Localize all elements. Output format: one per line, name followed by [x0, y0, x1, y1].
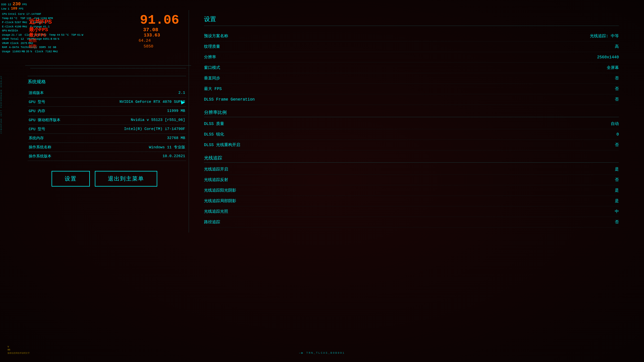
gpu-name: NVIDIA: [8, 29, 18, 33]
exit-button[interactable]: 退出到主菜单: [95, 171, 157, 187]
vram-clock-value: 2675: [21, 41, 27, 46]
temp-value: 63: [10, 16, 13, 21]
spec-value: 11999 MB: [80, 107, 186, 116]
resolution-value: 644x362: [597, 55, 619, 60]
temp-label: Temp: [2, 16, 9, 21]
ray-tracing-title: 光线追踪: [204, 156, 222, 161]
ram-usage-line: Usage 11693 MB 35 % Clock 7182 MHz: [2, 50, 68, 54]
table-row: 系统内存32768 MB: [28, 134, 186, 143]
rt-enabled-value: 是: [615, 167, 619, 172]
spec-label: GPU 内存: [28, 107, 80, 116]
preset-value: 光线追踪: 中等: [590, 33, 619, 39]
spec-label: GPU 驱动程序版本: [28, 116, 80, 125]
rt-lighting-row: 光线追踪光照 中: [204, 206, 619, 217]
version-v: V: [8, 345, 30, 349]
rt-path-tracing-row: 路径追踪 否: [204, 217, 619, 228]
eclock-value: 4190: [15, 25, 21, 29]
max-fps-label: 最大 FPS: [204, 86, 222, 92]
spec-label: 操作系统名称: [28, 143, 80, 152]
ram-usage-pct: 35: [26, 50, 29, 54]
pclock-value: 5287: [15, 20, 21, 25]
specs-container: 系统规格 游戏版本2.1GPU 型号NVIDIA GeForce RTX 407…: [25, 76, 191, 161]
fps-extra1-label: 帧数: [29, 38, 37, 43]
rt-reflections-value: 否: [615, 177, 619, 183]
clock2-unit: MHz: [53, 50, 58, 54]
rt-lighting-label: 光线追踪光照: [204, 209, 228, 214]
resolution-ratio-header: 分辨率比例: [204, 109, 619, 117]
rt-local-shadows-value: 是: [615, 198, 619, 204]
ram-usage-unit: MB: [22, 50, 25, 54]
settings-header: 设置: [204, 15, 619, 26]
specs-title-row: 系统规格: [28, 76, 186, 85]
resolution-label: 分辨率: [204, 55, 216, 60]
cpu-label: CPU: [2, 12, 7, 16]
spec-value: NVIDIA GeForce RTX 4070 SUPER: [80, 98, 186, 107]
spec-label: GPU 型号: [28, 98, 80, 107]
fps-avg-label: 近均FPS: [29, 19, 52, 25]
buttons-row: 设置 退出到主菜单: [18, 171, 191, 187]
max-fps-value: 否: [615, 86, 619, 92]
dlss-ray-recon-row: DLSS 光线重构开启 否: [204, 140, 619, 150]
gpu-label: GPU: [2, 29, 7, 33]
dlss-framegen-label: DLSS Frame Generation: [204, 97, 255, 102]
eclock-unit: MHz: [22, 25, 27, 29]
rt-sun-shadows-label: 光线追踪阳光阴影: [204, 188, 236, 193]
cursor-arrow: ►: [181, 99, 185, 106]
right-panel: 设置 预设方案名称 光线追踪: 中等 纹理质量 高 分辨率 644x362 …: [189, 10, 634, 233]
resolution-row: 分辨率 644x362: [204, 52, 619, 63]
fps-max-value: 133.63: [144, 33, 160, 37]
low-fps-line: Low 1 109 FPS: [1, 7, 23, 11]
bottom-bar: —▶ TRN_TLCAS_B0B091: [0, 351, 644, 354]
dlss-ray-recon-label: DLSS 光线重构开启: [204, 142, 240, 148]
dlss-sharpen-label: DLSS 锐化: [204, 132, 224, 137]
vram-total-value: 12: [21, 37, 24, 41]
general-settings-group: 预设方案名称 光线追踪: 中等 纹理质量 高 分辨率 644x362 窗口模…: [204, 31, 619, 105]
low-1: 1: [8, 7, 10, 10]
fps-frames-label: 帧数: [29, 44, 37, 49]
settings-button[interactable]: 设置: [52, 171, 90, 187]
table-row: CPU 型号Intel(R) Core(TM) i7-14790F: [28, 125, 186, 134]
settings-title: 设置: [204, 16, 216, 23]
specs-table: 游戏版本2.1GPU 型号NVIDIA GeForce RTX 4070 SUP…: [28, 88, 186, 161]
version-85: 85: [8, 348, 30, 352]
rt-lighting-value: 中: [615, 209, 619, 214]
dlss-quality-label: DLSS 质量: [204, 121, 224, 126]
gpu-usage-label: Usage: [2, 33, 10, 37]
spec-value: Intel(R) Core(TM) i7-14790F: [80, 125, 186, 134]
side-vertical-text: CYBERPUNK 2077 PERFORMANCE OVERLAY: [0, 75, 2, 133]
d3d-label: D3D: [1, 3, 6, 6]
spec-value: Windows 11 专业版: [80, 143, 186, 152]
preset-label: 预设方案名称: [204, 33, 228, 39]
dlss-ray-recon-value: 否: [615, 142, 619, 148]
vram-total-label: VRAM Total: [2, 37, 19, 41]
bottom-center-text: —▶ TRN_TLCAS_B0B091: [299, 351, 345, 354]
dlss-framegen-value: 否: [615, 97, 619, 102]
table-row: 游戏版本2.1: [28, 88, 186, 98]
spec-value: 2.1: [80, 88, 186, 98]
pclock-label: P-Clock: [2, 20, 14, 25]
eclock-label: E-Clock: [2, 25, 14, 29]
spec-label: CPU 型号: [28, 125, 80, 134]
low-fps-unit: FPS: [19, 8, 23, 10]
rt-sun-shadows-row: 光线追踪阳光阴影 是: [204, 185, 619, 196]
rt-enabled-label: 光线追踪开启: [204, 167, 228, 172]
texture-label: 纹理质量: [204, 44, 220, 49]
temp-unit: °C: [14, 16, 17, 21]
vsync-row: 垂直同步 否: [204, 73, 619, 84]
fps-min-value: 37.08: [143, 27, 158, 32]
clock2-label: Clock: [35, 50, 43, 54]
gpu-usage-value: 21: [11, 33, 15, 37]
low-fps: 109: [11, 7, 17, 11]
resolution-ratio-group: 分辨率比例 DLSS 质量 自动 DLSS 锐化 0 DLSS 光线重构开启 否: [204, 109, 619, 150]
window-mode-value: 全屏幕: [607, 65, 619, 70]
stats-section: [25, 65, 191, 73]
table-row: GPU 内存11999 MB: [28, 107, 186, 116]
rt-path-tracing-label: 路径追踪: [204, 219, 220, 225]
version-info: V 85 版权信息和技术说明文字: [8, 345, 30, 354]
spec-value: 32768 MB: [80, 134, 186, 143]
rt-reflections-row: 光线追踪反射 否: [204, 175, 619, 185]
ram-usage-label: Usage: [2, 50, 10, 54]
clock2-value: 7182: [45, 50, 52, 54]
spec-label: 系统内存: [28, 134, 80, 143]
table-row: GPU 驱动程序版本Nvidia v 55123 [r551_06]: [28, 116, 186, 125]
